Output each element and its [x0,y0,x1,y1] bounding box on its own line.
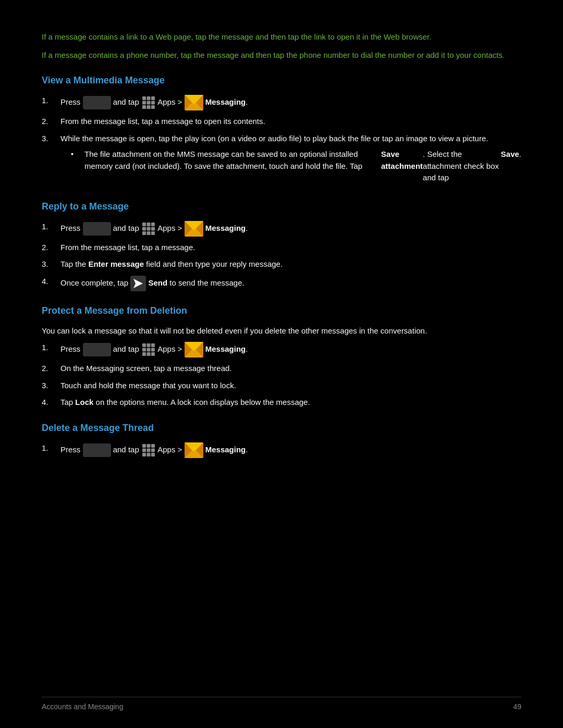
list-item: 3. Tap the Enter message field and then … [42,258,521,270]
list-item: 4. Once complete, tap Send to send the m… [42,276,521,291]
list-number: 1. [42,442,60,454]
list-content: Press and tap Apps [60,442,521,458]
bold-text: Save attachment [381,149,423,172]
bullet-list: The file attachment on the MMS message c… [60,149,521,184]
svg-rect-7 [146,105,150,109]
apps-label: Apps [157,344,175,353]
apps-label: Apps [157,445,175,453]
list-number: 1. [42,342,60,354]
home-button [83,96,111,109]
svg-rect-41 [142,444,146,448]
svg-rect-15 [151,223,155,226]
delete-list: 1. Press and tap [42,442,521,458]
apps-grid-icon [141,342,156,357]
svg-rect-3 [142,101,146,105]
view-multimedia-list: 1. Press and tap [42,95,521,187]
list-item: 1. Press and tap [42,95,521,110]
list-number: 3. [42,380,60,392]
list-item: 4. Tap Lock on the options menu. A lock … [42,397,521,409]
home-button [83,222,111,236]
page: If a message contains a link to a Web pa… [0,0,563,728]
svg-rect-43 [151,444,155,448]
bold-text: Lock [75,398,93,406]
list-item: 2. On the Messaging screen, tap a messag… [42,363,521,375]
svg-rect-42 [146,444,150,448]
svg-rect-46 [151,448,155,452]
reply-list: 1. Press and tap [42,221,521,291]
list-content: Once complete, tap Send to send the mess… [60,276,521,291]
list-content: Tap the Enter message field and then typ… [60,258,521,270]
list-item: 1. Press and tap [42,221,521,237]
svg-rect-4 [146,101,150,105]
svg-rect-19 [142,231,146,235]
svg-rect-45 [146,448,150,452]
svg-rect-47 [142,453,146,456]
section-title-reply: Reply to a Message [42,200,521,214]
messaging-envelope-icon [185,342,203,357]
list-content: Press and tap Apps [60,342,521,357]
svg-rect-33 [151,348,155,352]
list-item: 3. While the message is open, tap the pl… [42,133,521,187]
svg-rect-49 [151,453,155,456]
list-item: 2. From the message list, tap a message … [42,116,521,128]
footer: Accounts and Messaging 49 [42,697,521,712]
svg-rect-35 [146,352,150,356]
svg-rect-0 [142,96,146,100]
svg-rect-20 [146,231,150,235]
list-item: 1. Press and tap [42,442,521,458]
svg-rect-13 [142,223,146,226]
home-button [83,343,111,356]
list-content: From the message list, tap a message. [60,242,521,254]
svg-rect-21 [151,231,155,235]
svg-rect-5 [151,101,155,105]
list-item: 1. Press and tap [42,342,521,357]
list-content: Tap Lock on the options menu. A lock ico… [60,397,521,409]
apps-grid-icon [141,95,156,110]
list-content: Press and tap Apps [60,221,521,237]
apps-grid-icon [141,221,156,236]
svg-rect-8 [151,105,155,109]
messaging-envelope-icon [185,442,203,458]
footer-right: 49 [513,701,521,712]
svg-rect-44 [142,448,146,452]
svg-rect-6 [142,105,146,109]
list-number: 3. [42,258,60,270]
list-number: 4. [42,397,60,409]
send-icon [130,276,146,291]
protect-body-text: You can lock a message so that it will n… [42,325,521,337]
list-content: On the Messaging screen, tap a message t… [60,363,521,375]
green-note-1: If a message contains a link to a Web pa… [42,31,521,43]
messaging-label: Messaging [205,223,246,232]
list-number: 1. [42,95,60,107]
list-content: From the message list, tap a message to … [60,116,521,128]
list-number: 2. [42,363,60,375]
svg-rect-34 [142,352,146,356]
svg-rect-18 [151,227,155,230]
messaging-envelope-icon [185,221,203,237]
bold-text: Enter message [88,260,144,268]
list-content: Press and tap Apps [60,95,521,110]
svg-rect-30 [151,343,155,347]
list-number: 2. [42,116,60,128]
home-button [83,443,111,457]
list-item: 2. From the message list, tap a message. [42,242,521,254]
apps-label: Apps [157,223,175,232]
bullet-item: The file attachment on the MMS message c… [60,149,521,184]
apps-grid-icon [141,443,156,458]
messaging-label: Messaging [205,97,246,106]
svg-rect-14 [146,223,150,226]
bold-text: Save [501,149,519,161]
section-title-protect: Protect a Message from Deletion [42,304,521,318]
svg-rect-17 [146,227,150,230]
messaging-label: Messaging [205,445,246,453]
svg-rect-28 [142,343,146,347]
svg-rect-48 [146,453,150,456]
section-title-view-multimedia: View a Multimedia Message [42,73,521,88]
svg-rect-1 [146,96,150,100]
footer-left: Accounts and Messaging [42,701,123,712]
svg-rect-29 [146,343,150,347]
list-number: 3. [42,133,60,145]
list-content: While the message is open, tap the play … [60,133,521,187]
section-title-delete: Delete a Message Thread [42,421,521,435]
list-number: 1. [42,221,60,233]
